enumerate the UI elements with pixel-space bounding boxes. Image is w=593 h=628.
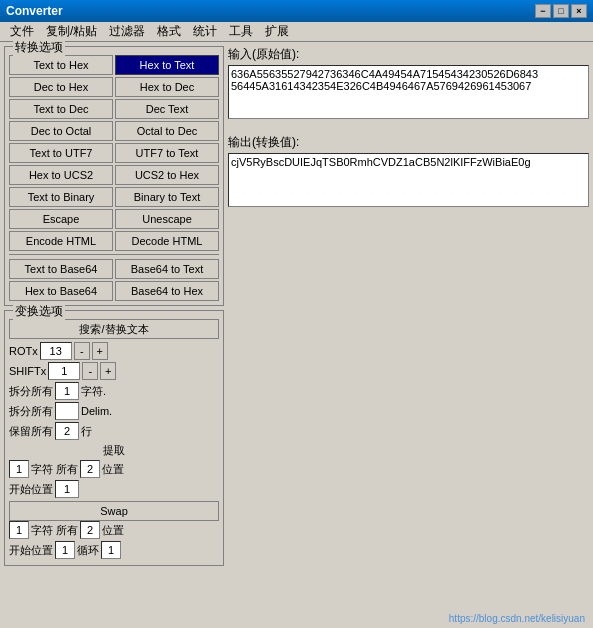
close-button[interactable]: × (571, 4, 587, 18)
input-section: 输入(原始值): 636A55635527942736346C4A49454A7… (228, 46, 589, 122)
dec-to-hex-btn[interactable]: Dec to Hex (9, 77, 113, 97)
right-panel: 输入(原始值): 636A55635527942736346C4A49454A7… (228, 46, 589, 624)
swap-btn[interactable]: Swap (9, 501, 219, 521)
octal-to-dec-btn[interactable]: Octal to Dec (115, 121, 219, 141)
binary-to-text-btn[interactable]: Binary to Text (115, 187, 219, 207)
extract-start-input[interactable] (55, 480, 79, 498)
unescape-btn[interactable]: Unescape (115, 209, 219, 229)
split1-suffix: 字符. (81, 384, 106, 399)
output-textarea[interactable]: cjV5RyBscDUIEJqTSB0RmhCVDZ1aCB5N2lKIFFzW… (228, 153, 589, 207)
title-bar: Converter − □ × (0, 0, 593, 22)
text-to-base64-btn[interactable]: Text to Base64 (9, 259, 113, 279)
swap1-num1-input[interactable] (9, 521, 29, 539)
search-replace-btn[interactable]: 搜索/替换文本 (9, 319, 219, 339)
swap2-start-label: 开始位置 (9, 543, 53, 558)
left-panel: 转换选项 Text to Hex Hex to Text Dec to Hex … (4, 46, 224, 624)
dec-to-octal-btn[interactable]: Dec to Octal (9, 121, 113, 141)
split1-label: 拆分所有 (9, 384, 53, 399)
base64-to-hex-btn[interactable]: Base64 to Hex (115, 281, 219, 301)
hex-to-base64-btn[interactable]: Hex to Base64 (9, 281, 113, 301)
rot-plus-btn[interactable]: + (92, 342, 108, 360)
shift-minus-btn[interactable]: - (82, 362, 98, 380)
split1-input[interactable] (55, 382, 79, 400)
rot-label: ROTx (9, 345, 38, 357)
encode-html-btn[interactable]: Encode HTML (9, 231, 113, 251)
hex-to-dec-btn[interactable]: Hex to Dec (115, 77, 219, 97)
swap1-suffix: 位置 (102, 523, 124, 538)
extract1-num1-input[interactable] (9, 460, 29, 478)
swap2-cycle-label: 循环 (77, 543, 99, 558)
menu-item-格式[interactable]: 格式 (151, 21, 187, 42)
extract-start-label: 开始位置 (9, 482, 53, 497)
hex-to-ucs2-btn[interactable]: Hex to UCS2 (9, 165, 113, 185)
extract1-num2-input[interactable] (80, 460, 100, 478)
keep-input[interactable] (55, 422, 79, 440)
text-to-utf7-btn[interactable]: Text to UTF7 (9, 143, 113, 163)
shift-label: SHIFTx (9, 365, 46, 377)
menu-item-工具[interactable]: 工具 (223, 21, 259, 42)
app-title: Converter (6, 4, 63, 18)
input-textarea[interactable]: 636A55635527942736346C4A49454A7154543423… (228, 65, 589, 119)
text-to-hex-btn[interactable]: Text to Hex (9, 55, 113, 75)
split2-suffix: Delim. (81, 405, 112, 417)
output-section: 输出(转换值): cjV5RyBscDUIEJqTSB0RmhCVDZ1aCB5… (228, 134, 589, 210)
shift-input[interactable] (48, 362, 80, 380)
extract1-suffix: 位置 (102, 462, 124, 477)
swap1-label: 字符 所有 (31, 523, 78, 538)
var-options-group: 变换选项 搜索/替换文本 ROTx - + SHIFTx - + 拆分所有 字符… (4, 310, 224, 566)
keep-suffix: 行 (81, 424, 92, 439)
minimize-button[interactable]: − (535, 4, 551, 18)
dec-to-text-btn[interactable]: Dec Text (115, 99, 219, 119)
decode-html-btn[interactable]: Decode HTML (115, 231, 219, 251)
split2-label: 拆分所有 (9, 404, 53, 419)
input-label: 输入(原始值): (228, 46, 589, 63)
menu-item-过滤器[interactable]: 过滤器 (103, 21, 151, 42)
hex-to-text-btn[interactable]: Hex to Text (115, 55, 219, 75)
rot-minus-btn[interactable]: - (74, 342, 90, 360)
window-controls: − □ × (535, 4, 587, 18)
text-to-binary-btn[interactable]: Text to Binary (9, 187, 113, 207)
conv-buttons-grid2: Text to Base64 Base64 to Text Hex to Bas… (9, 259, 219, 301)
swap2-start-input[interactable] (55, 541, 75, 559)
conv-options-group: 转换选项 Text to Hex Hex to Text Dec to Hex … (4, 46, 224, 306)
swap1-num2-input[interactable] (80, 521, 100, 539)
menu-item-扩展[interactable]: 扩展 (259, 21, 295, 42)
ucs2-to-hex-btn[interactable]: UCS2 to Hex (115, 165, 219, 185)
utf7-to-text-btn[interactable]: UTF7 to Text (115, 143, 219, 163)
extract1-label: 字符 所有 (31, 462, 78, 477)
split2-input[interactable] (55, 402, 79, 420)
output-label: 输出(转换值): (228, 134, 589, 151)
rot-input[interactable] (40, 342, 72, 360)
watermark: https://blog.csdn.net/kelisiyuan (228, 613, 589, 624)
var-options-label: 变换选项 (13, 303, 65, 320)
keep-label: 保留所有 (9, 424, 53, 439)
base64-to-text-btn[interactable]: Base64 to Text (115, 259, 219, 279)
conv-buttons-grid: Text to Hex Hex to Text Dec to Hex Hex t… (9, 55, 219, 251)
escape-btn[interactable]: Escape (9, 209, 113, 229)
menu-bar: 文件复制/粘贴过滤器格式统计工具扩展 (0, 22, 593, 42)
conv-options-label: 转换选项 (13, 39, 65, 56)
main-content: 转换选项 Text to Hex Hex to Text Dec to Hex … (0, 42, 593, 628)
maximize-button[interactable]: □ (553, 4, 569, 18)
extract-title: 提取 (9, 443, 219, 458)
shift-plus-btn[interactable]: + (100, 362, 116, 380)
menu-item-统计[interactable]: 统计 (187, 21, 223, 42)
swap2-cycle-input[interactable] (101, 541, 121, 559)
text-to-dec-btn[interactable]: Text to Dec (9, 99, 113, 119)
